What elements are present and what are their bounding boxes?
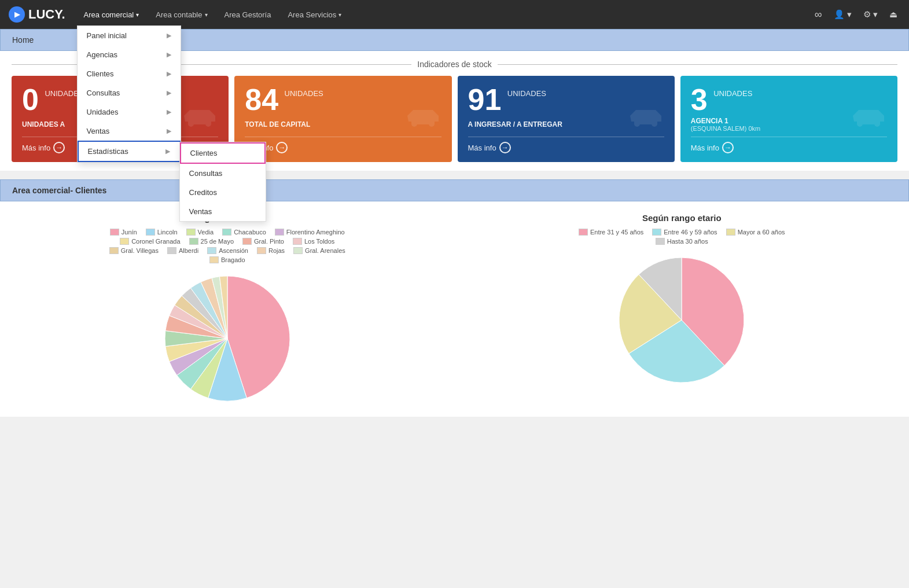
legend-item: Gral. Pinto (242, 238, 284, 245)
legend-label: Rojas (268, 247, 285, 254)
legend-item: Los Toldos (293, 238, 334, 245)
sub-ventas[interactable]: Ventas (180, 202, 266, 221)
more-info-2[interactable]: Más info → (468, 137, 664, 153)
legend-color-box (222, 229, 231, 236)
stock-card-3[interactable]: 3 UNIDADES AGENCIA 1 (ESQUINA SALEM) 0km… (680, 76, 897, 162)
arrow-circle-icon: → (276, 142, 288, 153)
sub-consultas[interactable]: Consultas (180, 164, 266, 183)
navbar-item-area-comercial[interactable]: Area comercial ▾ (77, 6, 146, 24)
chart-localidad-legend: JunínLincolnVediaChacabucoFlorentino Ame… (97, 229, 358, 263)
dropdown-ventas[interactable]: Ventas ▶ (78, 122, 181, 141)
legend-color-box (242, 238, 252, 245)
navbar-item-area-servicios[interactable]: Area Servicios ▾ (281, 6, 348, 24)
svg-point-6 (857, 121, 863, 127)
legend-label: Florentino Ameghino (286, 229, 345, 236)
dropdown-panel-inicial[interactable]: Panel inicial ▶ (78, 26, 181, 45)
svg-point-5 (652, 121, 657, 127)
settings-icon[interactable]: ⚙ ▾ (860, 6, 881, 23)
legend-color-box (186, 229, 196, 236)
legend-item: Coronel Granada (120, 238, 180, 245)
arrow-icon: ▶ (167, 108, 171, 116)
area-comercial-menu: Panel inicial ▶ Agencias ▶ Clientes ▶ Co… (77, 25, 181, 163)
arrow-icon: ▶ (167, 127, 171, 135)
dropdown-clientes[interactable]: Clientes ▶ (78, 64, 181, 83)
navbar-item-area-gestoria[interactable]: Area Gestoría (218, 6, 278, 24)
dropdown-consultas[interactable]: Consultas ▶ (78, 83, 181, 102)
legend-item: Lincoln (146, 229, 178, 236)
infinity-icon[interactable]: ∞ (812, 6, 825, 24)
legend-label: Junín (122, 229, 137, 236)
legend-label: Chacabuco (234, 229, 266, 236)
legend-item: 25 de Mayo (189, 238, 234, 245)
breadcrumb-label[interactable]: Home (12, 35, 34, 45)
legend-color-box (579, 229, 588, 236)
legend-label: Gral. Arenales (305, 247, 345, 254)
legend-color-box (110, 229, 119, 236)
legend-color-box (726, 229, 735, 236)
legend-label: Bragado (221, 256, 245, 263)
legend-label: Hasta 30 años (667, 238, 708, 245)
chart-etario-pie (615, 253, 748, 387)
user-icon[interactable]: 👤 ▾ (831, 6, 855, 23)
sub-clientes[interactable]: Clientes (180, 142, 266, 164)
more-info-1[interactable]: Más info → (245, 137, 441, 153)
legend-item: Vedia (186, 229, 214, 236)
navbar-menu: Area comercial ▾ Panel inicial ▶ Agencia… (77, 6, 812, 24)
dropdown-unidades[interactable]: Unidades ▶ (78, 102, 181, 122)
legend-label: Alberdi (179, 247, 198, 254)
chevron-down-icon: ▾ (205, 12, 208, 18)
arrow-icon: ▶ (167, 70, 171, 78)
svg-point-3 (429, 121, 435, 127)
legend-color-box (293, 247, 303, 254)
legend-item: Chacabuco (222, 229, 266, 236)
dropdown-estadisticas[interactable]: Estadísticas ▶ Clientes Consultas Credit… (78, 141, 181, 162)
area-comercial-dropdown[interactable]: Area comercial ▾ Panel inicial ▶ Agencia… (77, 6, 146, 24)
legend-item: Gral. Arenales (293, 247, 345, 254)
legend-item: Mayor a 60 años (726, 229, 785, 236)
legend-color-box (120, 238, 129, 245)
legend-color-box (207, 247, 216, 254)
legend-item: Ascensión (207, 247, 248, 254)
legend-item: Florentino Ameghino (275, 229, 345, 236)
estadisticas-submenu: Clientes Consultas Creditos Ventas (179, 142, 266, 222)
sub-creditos[interactable]: Creditos (180, 183, 266, 202)
chart-localidad-pie (161, 272, 294, 405)
legend-color-box (209, 256, 219, 263)
card-car-icon (403, 101, 443, 138)
legend-item: Bragado (209, 256, 245, 263)
navbar-item-area-contable[interactable]: Area contable ▾ (149, 6, 214, 24)
navbar-right: ∞ 👤 ▾ ⚙ ▾ ⏏ (812, 6, 900, 24)
legend-label: Gral. Villegas (121, 247, 159, 254)
svg-point-4 (634, 121, 640, 127)
legend-color-box (109, 247, 119, 254)
logout-icon[interactable]: ⏏ (886, 6, 900, 23)
legend-label: Entre 31 y 45 años (590, 229, 643, 236)
svg-point-0 (188, 121, 194, 127)
legend-item: Alberdi (167, 247, 198, 254)
legend-color-box (652, 229, 661, 236)
stock-card-2[interactable]: 91 UNIDADES A INGRESAR / A ENTREGAR Más … (458, 76, 675, 162)
legend-item: Entre 31 y 45 años (579, 229, 643, 236)
legend-label: Coronel Granada (131, 238, 180, 245)
svg-point-1 (205, 121, 211, 127)
arrow-circle-icon: → (722, 142, 734, 153)
chevron-down-icon: ▾ (136, 12, 139, 18)
svg-point-2 (411, 121, 417, 127)
chart-etario-title: Según rango etario (642, 213, 722, 223)
chart-localidad: Según localidad JunínLincolnVediaChacabu… (12, 213, 443, 405)
more-info-3[interactable]: Más info → (691, 137, 887, 153)
card-car-icon (625, 101, 666, 138)
arrow-icon: ▶ (165, 148, 170, 155)
legend-item: Junín (110, 229, 137, 236)
legend-color-box (167, 247, 176, 254)
legend-label: Los Toldos (304, 238, 334, 245)
legend-color-box (275, 229, 284, 236)
legend-color-box (189, 238, 198, 245)
legend-label: Mayor a 60 años (738, 229, 785, 236)
legend-item: Entre 46 y 59 años (652, 229, 717, 236)
legend-label: 25 de Mayo (201, 238, 234, 245)
arrow-icon: ▶ (167, 51, 171, 58)
stock-card-1[interactable]: 84 UNIDADES TOTAL DE CAPITAL Más info → (234, 76, 451, 162)
dropdown-agencias[interactable]: Agencias ▶ (78, 45, 181, 64)
legend-item: Gral. Villegas (109, 247, 159, 254)
